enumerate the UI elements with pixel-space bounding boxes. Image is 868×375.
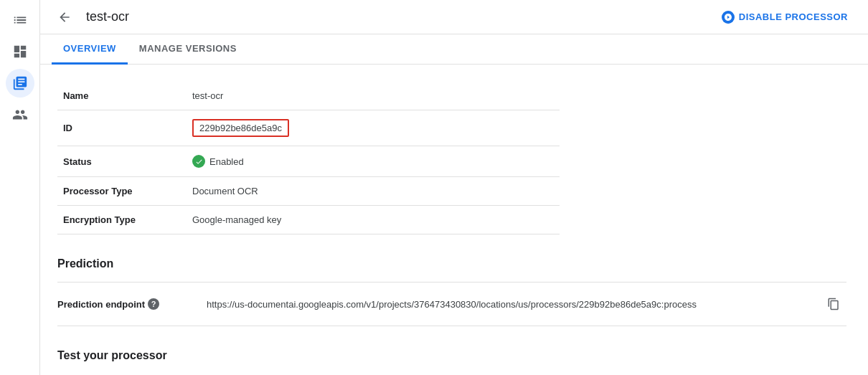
help-icon[interactable]: ?: [148, 298, 159, 310]
prediction-section: Prediction Prediction endpoint ? https:/…: [57, 257, 851, 326]
table-row-processor-type: Processor Type Document OCR: [57, 177, 560, 206]
field-label-status: Status: [57, 146, 187, 177]
sidebar-item-document-list[interactable]: [6, 6, 34, 34]
sidebar: [0, 0, 40, 375]
field-value-status: Enabled: [187, 146, 560, 177]
page-title: test-ocr: [86, 9, 704, 24]
sidebar-item-users[interactable]: [6, 100, 34, 129]
disable-processor-button[interactable]: DISABLE PROCESSOR: [713, 5, 857, 29]
top-header: test-ocr DISABLE PROCESSOR: [40, 0, 868, 34]
table-row-id: ID 229b92be86de5a9c: [57, 110, 560, 146]
sidebar-item-dashboard[interactable]: [6, 37, 34, 66]
test-section: Test your processor Supports JPEG, JPG, …: [57, 349, 851, 375]
prediction-endpoint-row: Prediction endpoint ? https://us-documen…: [57, 282, 846, 326]
prediction-endpoint-label: Prediction endpoint ?: [57, 298, 201, 310]
back-button[interactable]: [52, 4, 77, 30]
id-value-highlighted: 229b92be86de5a9c: [192, 119, 289, 137]
field-label-id: ID: [57, 110, 187, 146]
disable-button-label: DISABLE PROCESSOR: [739, 11, 848, 22]
status-enabled: Enabled: [192, 155, 554, 168]
field-value-processor-type: Document OCR: [187, 177, 560, 206]
field-label-encryption-type: Encryption Type: [57, 206, 187, 234]
field-label-name: Name: [57, 82, 187, 110]
test-section-title: Test your processor: [57, 349, 851, 362]
copy-icon[interactable]: [821, 291, 846, 317]
tab-overview[interactable]: OVERVIEW: [52, 34, 128, 65]
tabs-bar: OVERVIEW MANAGE VERSIONS: [40, 34, 868, 65]
field-value-encryption-type: Google-managed key: [187, 206, 560, 234]
prediction-section-title: Prediction: [57, 257, 851, 270]
info-table: Name test-ocr ID 229b92be86de5a9c Status: [57, 82, 560, 234]
content-area: Name test-ocr ID 229b92be86de5a9c Status: [40, 65, 868, 375]
tab-manage-versions[interactable]: MANAGE VERSIONS: [128, 34, 248, 65]
field-label-processor-type: Processor Type: [57, 177, 187, 206]
check-icon: [192, 155, 205, 168]
field-value-id: 229b92be86de5a9c: [187, 110, 560, 146]
field-value-name: test-ocr: [187, 82, 560, 110]
prediction-endpoint-url: https://us-documentai.googleapis.com/v1/…: [207, 299, 815, 310]
table-row-encryption-type: Encryption Type Google-managed key: [57, 206, 560, 234]
main-content: test-ocr DISABLE PROCESSOR OVERVIEW MANA…: [40, 0, 868, 375]
table-row-status: Status Enabled: [57, 146, 560, 177]
sidebar-item-processors[interactable]: [6, 69, 34, 98]
disable-processor-icon: [722, 11, 735, 24]
table-row-name: Name test-ocr: [57, 82, 560, 110]
